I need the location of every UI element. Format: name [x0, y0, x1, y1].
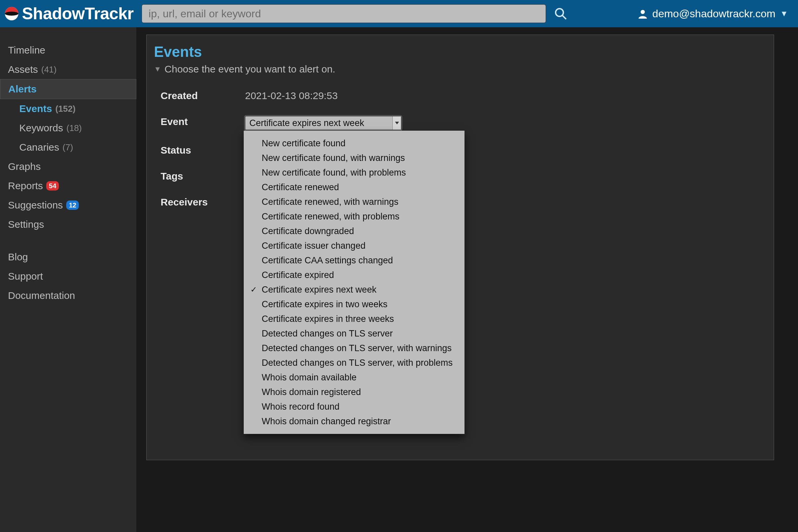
event-option[interactable]: Certificate renewed	[244, 180, 464, 194]
page-title: Events	[154, 43, 766, 60]
chevron-down-icon: ▼	[154, 65, 161, 74]
event-option[interactable]: Certificate expires in three weeks	[244, 311, 464, 326]
sidebar-item-label: Reports	[8, 180, 43, 191]
label-event: Event	[154, 116, 240, 127]
content-area: Events ▼ Choose the event you want to al…	[136, 27, 798, 532]
row-created: Created 2021-02-13 08:29:53	[154, 83, 766, 109]
sidebar-item-label: Support	[8, 271, 43, 282]
event-option[interactable]: New certificate found, with warnings	[244, 151, 464, 165]
label-status: Status	[154, 145, 240, 156]
sidebar-item-settings[interactable]: Settings	[0, 215, 136, 234]
user-menu[interactable]: demo@shadowtrackr.com ▼	[638, 8, 793, 20]
sidebar-item-count: (7)	[62, 142, 73, 153]
brand-text: ShadowTrackr	[22, 4, 134, 23]
event-option[interactable]: Certificate CAA settings changed	[244, 253, 464, 268]
panel-subtitle-text: Choose the event you want to alert on.	[165, 63, 336, 75]
sidebar-item-keywords[interactable]: Keywords (18)	[0, 118, 136, 138]
sidebar-item-label: Events	[19, 103, 52, 114]
svg-point-4	[641, 10, 645, 14]
sidebar-item-label: Graphs	[8, 161, 41, 172]
label-created: Created	[154, 90, 240, 101]
logo-icon	[5, 7, 19, 21]
reports-badge: 54	[46, 181, 59, 191]
sidebar-item-label: Suggestions	[8, 200, 63, 211]
value-created: 2021-02-13 08:29:53	[245, 90, 338, 101]
events-panel: Events ▼ Choose the event you want to al…	[146, 35, 774, 460]
sidebar-item-reports[interactable]: Reports 54	[0, 176, 136, 195]
event-option[interactable]: New certificate found	[244, 136, 464, 151]
sidebar-item-blog[interactable]: Blog	[0, 247, 136, 267]
sidebar: Timeline Assets (41) Alerts Events (152)…	[0, 27, 136, 532]
event-option[interactable]: Detected changes on TLS server	[244, 326, 464, 341]
event-select-value: Certificate expires next week	[249, 118, 364, 128]
search-wrap	[141, 4, 567, 23]
sidebar-item-documentation[interactable]: Documentation	[0, 286, 136, 305]
event-dropdown: New certificate foundNew certificate fou…	[244, 131, 464, 434]
search-icon[interactable]	[554, 7, 567, 20]
event-option[interactable]: Detected changes on TLS server, with war…	[244, 341, 464, 356]
panel-subtitle-toggle[interactable]: ▼ Choose the event you want to alert on.	[154, 63, 766, 75]
sidebar-item-events[interactable]: Events (152)	[0, 99, 136, 118]
sidebar-item-assets[interactable]: Assets (41)	[0, 60, 136, 79]
event-option[interactable]: Whois domain available	[244, 370, 464, 385]
sidebar-item-count: (41)	[41, 64, 57, 75]
event-select[interactable]: Certificate expires next week	[245, 116, 401, 130]
event-option[interactable]: Whois domain registered	[244, 385, 464, 399]
label-tags: Tags	[154, 171, 240, 182]
user-email: demo@shadowtrackr.com	[652, 8, 775, 20]
event-option[interactable]: Certificate issuer changed	[244, 239, 464, 253]
event-option[interactable]: Certificate expires next week	[244, 282, 464, 297]
sidebar-item-alerts[interactable]: Alerts	[0, 79, 136, 99]
event-option[interactable]: Certificate expires in two weeks	[244, 297, 464, 311]
svg-point-1	[5, 12, 18, 16]
sidebar-item-label: Documentation	[8, 290, 75, 301]
event-option[interactable]: Detected changes on TLS server, with pro…	[244, 356, 464, 370]
sidebar-item-support[interactable]: Support	[0, 267, 136, 286]
sidebar-item-label: Canaries	[19, 141, 59, 153]
svg-point-2	[556, 8, 563, 16]
event-option[interactable]: Whois domain changed registrar	[244, 414, 464, 429]
sidebar-item-label: Alerts	[8, 83, 37, 95]
event-select-wrap: Certificate expires next week New certif…	[245, 116, 401, 130]
svg-line-3	[563, 16, 566, 19]
suggestions-badge: 12	[66, 201, 79, 210]
chevron-down-icon	[392, 116, 401, 130]
sidebar-item-label: Blog	[8, 251, 28, 263]
event-option[interactable]: Whois record found	[244, 399, 464, 414]
sidebar-item-canaries[interactable]: Canaries (7)	[0, 138, 136, 157]
brand[interactable]: ShadowTrackr	[5, 4, 134, 23]
sidebar-item-timeline[interactable]: Timeline	[0, 41, 136, 60]
label-receivers: Receivers	[154, 196, 240, 208]
sidebar-item-label: Assets	[8, 64, 38, 75]
event-option[interactable]: Certificate renewed, with warnings	[244, 194, 464, 209]
sidebar-item-label: Timeline	[8, 44, 45, 56]
sidebar-item-graphs[interactable]: Graphs	[0, 157, 136, 176]
sidebar-item-count: (18)	[66, 123, 82, 133]
event-option[interactable]: Certificate downgraded	[244, 224, 464, 239]
chevron-down-icon: ▼	[780, 9, 788, 18]
sidebar-item-label: Keywords	[19, 122, 63, 134]
app-header: ShadowTrackr demo@shadowtrackr.com ▼	[0, 0, 798, 27]
sidebar-item-count: (152)	[55, 104, 75, 114]
sidebar-item-suggestions[interactable]: Suggestions 12	[0, 195, 136, 215]
search-input[interactable]	[141, 4, 546, 23]
sidebar-item-label: Settings	[8, 219, 44, 230]
event-option[interactable]: Certificate expired	[244, 268, 464, 282]
event-option[interactable]: Certificate renewed, with problems	[244, 209, 464, 224]
row-event: Event Certificate expires next week New …	[154, 109, 766, 137]
user-icon	[638, 8, 648, 19]
event-option[interactable]: New certificate found, with problems	[244, 165, 464, 180]
